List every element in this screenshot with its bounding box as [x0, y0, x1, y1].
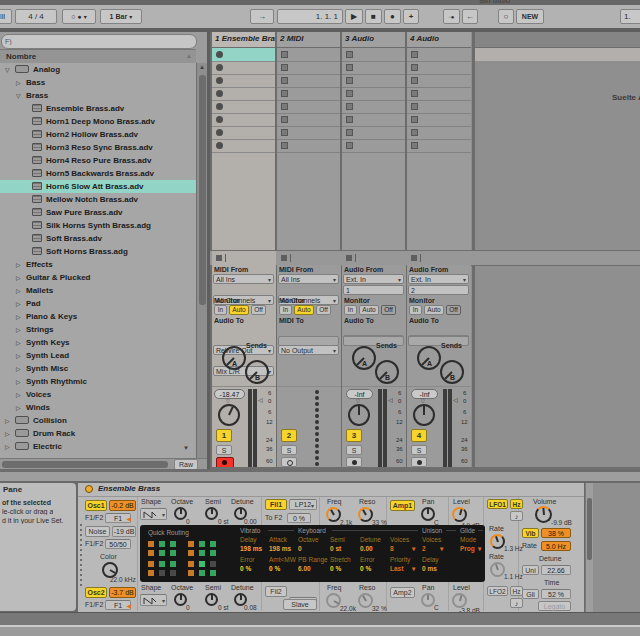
clip-slot[interactable] [407, 100, 471, 114]
expander-icon[interactable]: ▷ [16, 404, 21, 411]
expander-icon[interactable]: ▷ [16, 352, 21, 359]
clip-slot[interactable] [212, 74, 276, 88]
browser-item-folder[interactable]: ▷ Synth Keys [0, 336, 196, 349]
browser-item-folder[interactable]: ▷ Winds [0, 401, 196, 414]
monitor-off-button[interactable]: Off [446, 305, 461, 315]
glide-time-box[interactable]: 52 % [541, 589, 571, 599]
stop-button[interactable]: ■ [365, 9, 382, 24]
monitor-auto-button[interactable]: Auto [294, 305, 314, 315]
monitor-off-button[interactable]: Off [316, 305, 331, 315]
amp1-level-knob[interactable] [452, 507, 467, 522]
monitor-in-button[interactable]: In [214, 305, 227, 315]
uni-button[interactable]: Uni [522, 565, 539, 575]
amp1-pan-knob[interactable] [421, 507, 435, 521]
device-activator-icon[interactable] [85, 485, 93, 493]
expander-icon[interactable]: ▽ [16, 92, 21, 99]
fil2-reso-knob[interactable] [358, 593, 373, 608]
browser-item-drum-rack[interactable]: ▷ Drum Rack [0, 427, 196, 440]
browser-item-bass[interactable]: ▷ Bass [0, 76, 196, 89]
param-value[interactable]: 0 % [330, 565, 341, 572]
lfo1-button[interactable]: LFO1 [487, 499, 508, 509]
slave-button[interactable]: Slave [283, 599, 317, 610]
input-channel-chooser[interactable]: 1 [343, 285, 404, 295]
arm-button[interactable] [281, 457, 297, 467]
solo-button[interactable]: S [346, 445, 362, 455]
clip-slot[interactable] [212, 87, 276, 101]
noise-level-box[interactable]: -19 dB [112, 526, 136, 537]
expander-icon[interactable]: ▷ [16, 378, 21, 385]
osc1-filter-switch[interactable]: F1 ◀ [105, 513, 131, 523]
clip-slot[interactable] [407, 87, 471, 101]
solo-button[interactable]: S [216, 445, 232, 455]
device-title-bar[interactable]: Ensemble Brass [78, 483, 584, 497]
clip-slot[interactable] [277, 113, 341, 127]
session-record-button[interactable]: ○ [498, 9, 514, 24]
stop-all-cell[interactable] [342, 251, 406, 265]
clip-slot[interactable] [342, 100, 406, 114]
track-header-1[interactable]: 1 Ensemble Bra [212, 32, 276, 48]
gli-button[interactable]: Gli [522, 589, 539, 599]
track-header-4[interactable]: 4 Audio [407, 32, 471, 48]
track-header-3[interactable]: 3 Audio [342, 32, 406, 48]
amp1-button[interactable]: Amp1 [390, 500, 415, 511]
amp2-level-knob[interactable] [452, 593, 467, 608]
fil1-reso-knob[interactable] [358, 507, 373, 522]
monitor-off-button[interactable]: Off [251, 305, 266, 315]
follow-button[interactable]: → [250, 9, 274, 24]
metronome-button[interactable]: ○ ● ▾ [62, 9, 96, 24]
browser-item-preset[interactable]: Horn2 Hollow Brass.adv [0, 128, 196, 141]
clip-slot[interactable] [342, 139, 406, 153]
browser-item-electric[interactable]: ▷ Electric [0, 440, 196, 453]
new-button[interactable]: NEW [516, 9, 544, 24]
input-type-chooser[interactable]: All Ins▾ [278, 274, 339, 284]
browser-item-folder[interactable]: ▷ Mallets [0, 284, 196, 297]
clip-slot[interactable] [212, 113, 276, 127]
routing-option[interactable] [148, 561, 178, 576]
device-scroll-strip[interactable] [0, 612, 640, 626]
fil2-freq-knob[interactable] [326, 593, 341, 608]
track-number-button[interactable]: 3 [346, 429, 362, 442]
monitor-in-button[interactable]: In [409, 305, 422, 315]
expander-icon[interactable]: ▷ [5, 443, 10, 450]
expander-icon[interactable]: ▽ [5, 66, 10, 73]
record-button[interactable]: ● [384, 9, 401, 24]
clip-slot[interactable] [277, 74, 341, 88]
browser-item-preset[interactable]: Horn3 Reso Sync Brass.adv [0, 141, 196, 154]
expander-icon[interactable]: ▷ [16, 300, 21, 307]
param-value[interactable]: 8 [390, 545, 394, 552]
param-value[interactable]: 2 [422, 545, 426, 552]
clip-slot[interactable] [212, 61, 276, 75]
clip-slot[interactable] [342, 74, 406, 88]
osc2-button[interactable]: Osc2 [85, 587, 107, 598]
browser-item-preset[interactable]: Ensemble Brass.adv [0, 102, 196, 115]
global-volume-knob[interactable] [535, 506, 552, 523]
browser-item-folder[interactable]: ▷ Synth Rhythmic [0, 375, 196, 388]
loop-start-display[interactable]: 1. [620, 9, 640, 24]
osc1-level-box[interactable]: -0.2 dB [109, 500, 136, 511]
clip-slot[interactable] [407, 61, 471, 75]
fil1-freq-knob[interactable] [326, 507, 341, 522]
osc1-button[interactable]: Osc1 [85, 500, 107, 511]
input-channel-chooser[interactable]: 2 [408, 285, 469, 295]
stop-all-cell[interactable] [277, 251, 341, 265]
track-number-button[interactable]: 2 [281, 429, 297, 442]
expander-icon[interactable]: ▷ [5, 430, 10, 437]
param-value[interactable]: 0 % [240, 565, 251, 572]
pan-knob[interactable] [218, 404, 240, 426]
routing-option[interactable] [188, 541, 218, 556]
device-vscrollbar-thumb[interactable] [587, 498, 592, 560]
pan-knob[interactable] [413, 404, 435, 426]
device-drag-strip[interactable] [78, 496, 84, 612]
solo-button[interactable]: S [411, 445, 427, 455]
expander-icon[interactable]: ▷ [16, 274, 21, 281]
browser-item-folder[interactable]: ▷ Synth Misc [0, 362, 196, 375]
expander-icon[interactable]: ▷ [16, 79, 21, 86]
arm-button[interactable] [411, 457, 427, 467]
browser-item-folder[interactable]: ▷ Piano & Keys [0, 310, 196, 323]
clip-slot[interactable] [277, 126, 341, 140]
clip-slot[interactable] [212, 126, 276, 140]
amp2-button[interactable]: Amp2 [390, 587, 415, 598]
browser-item-preset[interactable]: Mellow Notch Brass.adv [0, 193, 196, 206]
param-value[interactable]: 198 ms [240, 545, 262, 552]
clip-slot[interactable] [212, 100, 276, 114]
